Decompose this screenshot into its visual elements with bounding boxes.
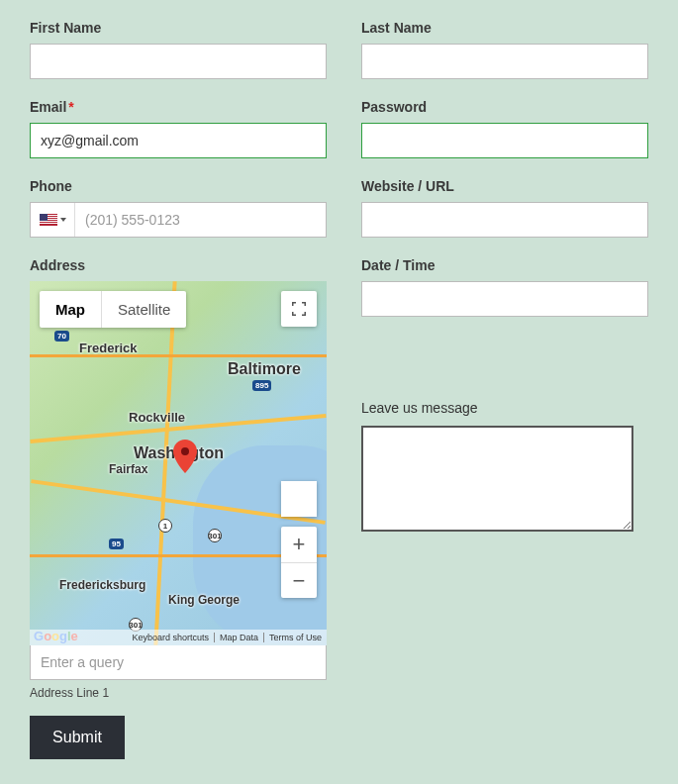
phone-input[interactable] [75, 203, 326, 237]
message-textarea[interactable] [361, 426, 633, 532]
map-zoom-in-button[interactable]: + [281, 527, 317, 562]
map-zoom-out-button[interactable]: − [281, 562, 317, 598]
address-label: Address [30, 257, 327, 273]
map-keyboard-shortcuts-link[interactable]: Keyboard shortcuts [127, 633, 214, 642]
map-pin-icon [173, 440, 197, 477]
first-name-label: First Name [30, 20, 327, 36]
map-footer: Keyboard shortcuts Map Data Terms of Use [30, 630, 327, 645]
map-data-link[interactable]: Map Data [214, 633, 263, 642]
map-city-baltimore: Baltimore [228, 360, 301, 378]
map-terms-link[interactable]: Terms of Use [263, 633, 327, 642]
email-label: Email* [30, 99, 327, 115]
datetime-input[interactable] [361, 281, 648, 317]
map-type-control: Map Satellite [40, 291, 186, 328]
map-shield-i95: 95 [109, 539, 124, 549]
datetime-label: Date / Time [361, 257, 648, 273]
map-city-rockville: Rockville [129, 410, 185, 425]
map-zoom-control: + − [281, 527, 317, 598]
password-label: Password [361, 99, 648, 115]
map-city-fredericksburg: Fredericksburg [59, 578, 145, 592]
required-marker: * [68, 99, 73, 115]
website-label: Website / URL [361, 178, 648, 194]
last-name-label: Last Name [361, 20, 648, 36]
email-input[interactable] [30, 123, 327, 158]
chevron-down-icon [60, 218, 66, 222]
address-query-input[interactable] [30, 644, 327, 680]
password-input[interactable] [361, 123, 648, 158]
map-streetview-control[interactable] [281, 481, 317, 517]
message-label: Leave us message [361, 400, 648, 416]
address-map[interactable]: Frederick Baltimore Rockville Washington… [30, 281, 327, 645]
map-shield-us1: 1 [158, 519, 172, 533]
phone-label: Phone [30, 178, 327, 194]
last-name-input[interactable] [361, 44, 648, 79]
map-shield-i70: 70 [54, 331, 69, 342]
map-shield-us301a: 301 [208, 529, 222, 542]
us-flag-icon [40, 214, 57, 226]
map-city-king-george: King George [168, 593, 240, 607]
address-line1-label: Address Line 1 [30, 686, 327, 700]
map-city-fairfax: Fairfax [109, 462, 147, 476]
svg-point-0 [181, 447, 189, 455]
map-shield-i895: 895 [252, 380, 271, 391]
fullscreen-icon [291, 301, 307, 317]
map-type-map-button[interactable]: Map [40, 291, 101, 328]
map-type-satellite-button[interactable]: Satellite [101, 291, 186, 328]
submit-button[interactable]: Submit [30, 716, 125, 759]
phone-country-selector[interactable] [31, 203, 75, 237]
website-input[interactable] [361, 202, 648, 238]
first-name-input[interactable] [30, 44, 327, 79]
map-city-frederick: Frederick [79, 341, 138, 355]
map-fullscreen-button[interactable] [281, 291, 317, 327]
